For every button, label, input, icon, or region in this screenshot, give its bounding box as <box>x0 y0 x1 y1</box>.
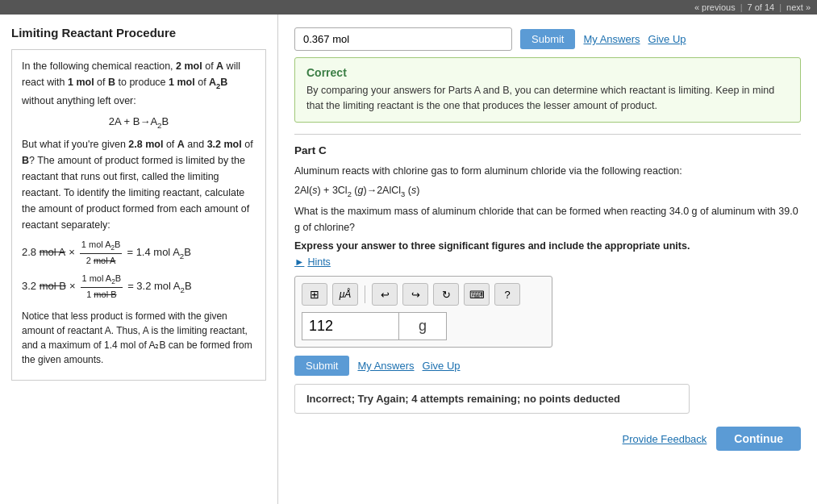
top-answer-input[interactable] <box>294 27 512 51</box>
widget-unit-display: g <box>398 312 447 340</box>
bottom-row: Provide Feedback Continue <box>294 423 801 451</box>
widget-input-row: g <box>302 312 545 340</box>
previous-link[interactable]: « previous <box>694 2 736 12</box>
widget-toolbar: ⊞ μÅ ↩ ↪ ↻ ⌨ ? <box>302 283 545 306</box>
hints-label[interactable]: Hints <box>307 256 330 268</box>
intro-text: In the following chemical reaction, 2 mo… <box>22 58 256 109</box>
top-answer-row: Submit My Answers Give Up <box>294 27 801 51</box>
widget-mu-button[interactable]: μÅ <box>332 283 358 306</box>
incorrect-message: Incorrect; Try Again; 4 attempts remaini… <box>306 393 620 405</box>
widget-grid-icon[interactable]: ⊞ <box>302 283 327 306</box>
part-c-desc1: Aluminum reacts with chlorine gas to for… <box>294 163 801 179</box>
calc1-result: = 1.4 mol A2B <box>127 244 191 262</box>
divider <box>294 134 801 135</box>
submit-row: Submit My Answers Give Up <box>294 356 801 376</box>
incorrect-box: Incorrect; Try Again; 4 attempts remaini… <box>294 384 690 414</box>
my-answers-button[interactable]: My Answers <box>357 360 414 372</box>
left-panel: Limiting Reactant Procedure In the follo… <box>0 15 278 504</box>
correct-title: Correct <box>306 66 789 79</box>
top-give-up-button[interactable]: Give Up <box>648 33 686 45</box>
nav-separator: | <box>740 2 743 12</box>
question-text: But what if you're given 2.8 mol of A an… <box>22 136 256 233</box>
part-c-label: Part C <box>294 144 801 156</box>
top-nav: « previous | 7 of 14 | next » <box>0 0 817 15</box>
procedure-box: In the following chemical reaction, 2 mo… <box>11 49 266 381</box>
page-info: 7 of 14 <box>748 2 775 12</box>
correct-box: Correct By comparing your answers for Pa… <box>294 57 801 123</box>
calc2-fraction: 1 mol A2B 1 mol B <box>81 272 123 302</box>
nav-separator2: | <box>779 2 782 12</box>
widget-keyboard-button[interactable]: ⌨ <box>464 283 490 306</box>
widget-help-button[interactable]: ? <box>494 283 520 306</box>
correct-message: By comparing your answers for Parts A an… <box>306 83 789 114</box>
widget-refresh-button[interactable]: ↻ <box>433 283 459 306</box>
widget-undo-button[interactable]: ↩ <box>372 283 398 306</box>
calc1-prefix: 2.8 mol A <box>22 244 65 261</box>
part-c-desc2: What is the maximum mass of aluminum chl… <box>294 203 801 235</box>
calc1-fraction: 1 mol A2B 2 mol A <box>80 238 123 269</box>
part-c-reaction: 2Al(s) + 3Cl2 (g)→2AlCl3 (s) <box>294 182 801 201</box>
top-my-answers-button[interactable]: My Answers <box>583 33 640 45</box>
calc2-result: = 3.2 mol A2B <box>127 278 192 296</box>
calc-row-1: 2.8 mol A × 1 mol A2B 2 mol A = 1.4 mol … <box>22 238 256 269</box>
submit-button[interactable]: Submit <box>294 356 349 376</box>
reaction-equation: 2A + B→A2B <box>22 114 256 131</box>
top-submit-button[interactable]: Submit <box>520 29 575 49</box>
calc2-prefix: 3.2 mol B <box>22 278 66 295</box>
hints-row[interactable]: ► Hints <box>294 256 801 268</box>
widget-value-input[interactable] <box>302 312 398 340</box>
give-up-button[interactable]: Give Up <box>423 360 461 372</box>
widget-redo-button[interactable]: ↪ <box>402 283 428 306</box>
feedback-button[interactable]: Provide Feedback <box>623 433 707 445</box>
next-link[interactable]: next » <box>786 2 811 12</box>
calc-row-2: 3.2 mol B × 1 mol A2B 1 mol B = 3.2 mol … <box>22 272 256 302</box>
hints-arrow-icon: ► <box>294 256 304 268</box>
answer-widget: ⊞ μÅ ↩ ↪ ↻ ⌨ ? g <box>294 276 552 348</box>
widget-separator <box>365 285 365 303</box>
right-panel: Submit My Answers Give Up Correct By com… <box>278 15 817 504</box>
panel-title: Limiting Reactant Procedure <box>11 26 266 40</box>
continue-button[interactable]: Continue <box>716 427 801 451</box>
part-c-instruction: Express your answer to three significant… <box>294 240 801 252</box>
notice-text: Notice that less product is formed with … <box>22 309 256 367</box>
